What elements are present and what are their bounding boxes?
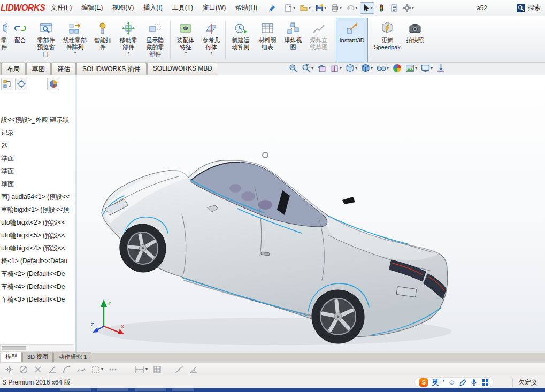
tree-item-plane[interactable]: 準面 [0,152,75,165]
scrollbar-thumb[interactable] [2,346,26,350]
menu-tools[interactable]: 工具(T) [167,0,198,16]
apply-scene-button[interactable]: ▾ [405,64,417,73]
tab-3d-views[interactable]: 3D 视图 [22,352,53,362]
curve-tool-button[interactable] [174,365,184,374]
tree-item-display-state[interactable]: 設<<預設>_外觀 顯示狀 [0,113,75,126]
spline-tool-button[interactable] [76,365,86,374]
new-document-button[interactable]: ▾ [282,2,297,14]
tree-item-component[interactable]: uto輪bigxt<5> (預設<< [0,229,75,242]
menu-help[interactable]: 帮助(H) [231,0,262,16]
print-button[interactable]: ▾ [329,2,343,14]
tree-item-sensors[interactable]: 器 [0,139,75,152]
ribbon-button-exploded-view[interactable]: 爆炸视 图 [281,18,305,62]
save-button[interactable]: ▾ [313,2,328,14]
tree-item-component[interactable]: 車輪bigxt<1> (預設<<預 [0,203,75,216]
tab-display-manager[interactable] [47,78,59,90]
tree-item-component[interactable]: 固) audia54<1> (預設<< [0,190,75,203]
ribbon-button-reference-geometry[interactable]: 参考几 何体 ▾ [199,18,224,62]
tree-item-component[interactable]: 车椅<3> (Default<<De [0,293,75,306]
ribbon-button-mate[interactable]: 配合 [8,18,33,62]
no-solve-tool-button[interactable] [19,365,28,374]
x-mark-tool-button[interactable] [33,365,43,374]
normal-to-view-button[interactable] [436,64,446,73]
ribbon-button-instant3d[interactable]: Instant3D [336,18,368,62]
pin-menu-icon[interactable] [268,4,276,12]
tree-item-component[interactable]: 车椅<2> (Default<<De [0,267,75,280]
edit-appearance-button[interactable] [393,64,402,73]
open-button[interactable]: ▾ [298,2,312,14]
hide-show-items-button[interactable]: ▾ [377,64,389,73]
search-box[interactable]: 搜索 [517,3,541,12]
tab-property-manager[interactable] [15,78,27,90]
previous-view-button[interactable] [317,64,326,73]
microphone-icon[interactable] [470,379,478,386]
taskbar-button[interactable] [172,388,194,391]
display-style-button[interactable]: ▾ [361,64,373,73]
rebuild-button[interactable] [375,2,387,14]
section-view-button[interactable]: ▾ [330,64,342,73]
dots-tool-button[interactable] [108,365,118,374]
pen-icon[interactable] [459,379,466,386]
panel-tabs [0,75,75,91]
tree-item-component[interactable]: uto輪bigxt<2> (預設<< [0,216,75,229]
select-tool-button[interactable]: ▾ [360,2,374,14]
marquee-select-button[interactable]: ▾ [91,365,103,374]
tab-solidworks-addins[interactable]: SOLIDWORKS 插件 [76,63,147,75]
tree-item-plane[interactable]: 準面 [0,178,75,190]
ribbon-button-smart-fasteners[interactable]: 智能扣 件 [90,18,115,62]
zoom-fit-button[interactable] [289,64,298,73]
menu-file[interactable]: 文件(F) [46,0,76,16]
tree-item-component[interactable]: 椅<1> (Default<<Defau [0,255,75,267]
car-model[interactable] [77,75,545,353]
menu-edit[interactable]: 编辑(E) [76,0,108,16]
angle-tool-button[interactable] [48,365,57,374]
ribbon-button-component-preview[interactable]: 零部件 预览窗 口 [33,18,59,62]
tab-feature-manager-tree[interactable] [1,78,13,90]
tree-item-history[interactable]: 记录 [0,126,75,139]
tab-motion-study-1[interactable]: 动作研究 1 [53,352,91,362]
undo-button[interactable]: ▾ [344,2,359,14]
ribbon-button-show-hidden-components[interactable]: 显示隐 藏的零 部件 [142,18,168,62]
tree-item-plane[interactable]: 準面 [0,165,75,178]
options-button[interactable]: ▾ [401,2,416,14]
ime-punctuation-toggle[interactable]: ’ [442,379,444,386]
taskbar-button[interactable] [97,388,128,391]
arc-tool-button[interactable] [62,365,72,374]
emoji-icon[interactable]: ☺ [448,379,455,386]
keyboard-grid-icon[interactable] [481,379,489,386]
tab-evaluate[interactable]: 评估 [51,63,76,75]
ribbon-button-bill-of-materials[interactable]: 材料明 细表 [254,18,281,62]
horizontal-scrollbar[interactable] [0,344,74,352]
angle-dimension-button[interactable] [189,365,198,374]
tab-layout[interactable]: 布局 [1,63,26,75]
crosshair-tool-button[interactable] [4,365,14,374]
ribbon-button-take-snapshot[interactable]: 拍快照 [403,18,427,62]
file-properties-button[interactable] [388,2,400,14]
grid-tool-button[interactable] [152,365,162,374]
ribbon-button-insert-component[interactable]: 零 件 [0,18,8,62]
ribbon-button-update-speedpak[interactable]: 更新 Speedpak [372,18,403,62]
taskbar-button[interactable] [60,388,91,391]
menu-insert[interactable]: 插入(I) [139,0,167,16]
sogou-icon[interactable]: S [419,378,428,387]
tab-solidworks-mbd[interactable]: SOLIDWORKS MBD [147,63,218,75]
zoom-area-button[interactable]: ▾ [302,64,313,73]
linear-dimension-button[interactable]: ▾ [134,365,148,374]
ribbon-button-new-motion-study[interactable]: 新建运 动算例 [227,18,254,62]
ime-language-toggle[interactable]: 英 [432,378,439,387]
tab-model[interactable]: 模型 [1,352,22,362]
ribbon-button-assembly-features[interactable]: 装配体 特征 ▾ [172,18,199,62]
windows-taskbar[interactable] [0,388,545,392]
view-settings-button[interactable]: ▾ [421,64,433,73]
menu-view[interactable]: 视图(V) [108,0,139,16]
tree-item-component[interactable]: 车椅<4> (Default<<De [0,280,75,293]
menu-window[interactable]: 窗口(W) [198,0,231,16]
ribbon-button-explode-line-sketch[interactable]: 爆炸直 线草图 [305,18,332,62]
tree-item-component[interactable]: uto輪bigxt<4> (預設<< [0,242,75,255]
ribbon-button-move-component[interactable]: 移动零 部件 ▾ [115,18,142,62]
ribbon-button-linear-pattern[interactable]: 线性零部 件阵列 ▾ [59,18,90,62]
graphics-viewport[interactable]: Y X Z [77,75,545,353]
view-orientation-button[interactable]: ▾ [346,64,357,73]
tab-sketch[interactable]: 草图 [26,63,51,75]
taskbar-button[interactable] [135,388,166,391]
